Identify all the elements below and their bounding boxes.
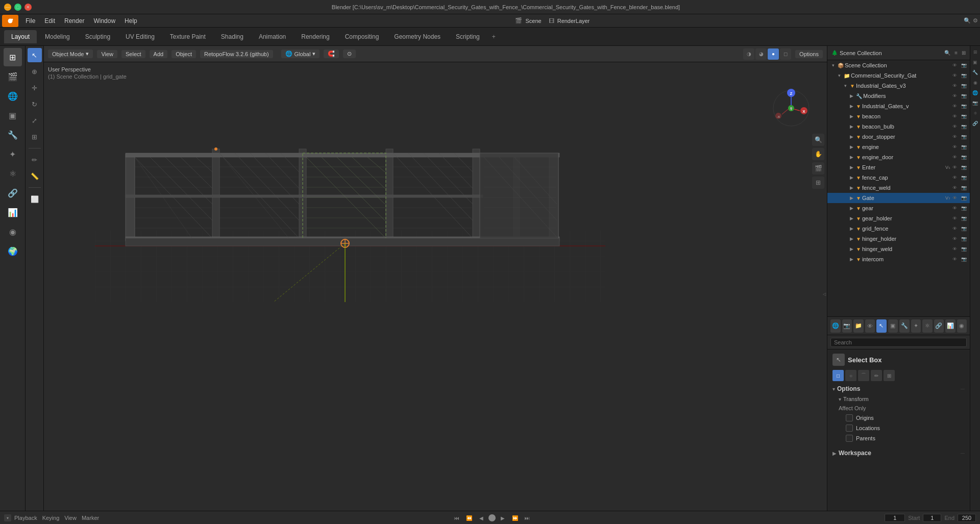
rendered-shading[interactable]: ● [768, 48, 779, 60]
keying-label[interactable]: Keying [42, 515, 60, 521]
outliner-item-fence-cap[interactable]: ▶ ▼ fence_cap 👁 📷 [827, 172, 970, 183]
options-section-header[interactable]: ▾ Options ··· [829, 383, 968, 394]
sidebar-icon-material[interactable]: ◉ [4, 222, 22, 241]
add-workspace-button[interactable]: + [488, 31, 500, 42]
render-btn[interactable]: 📷 [960, 133, 968, 141]
measure-tool[interactable]: 📏 [28, 169, 42, 183]
transform-subsection-header[interactable]: ▾ Transform [836, 394, 968, 404]
tab-layout[interactable]: Layout [4, 30, 37, 43]
sidebar-icon-physics[interactable]: ⚛ [4, 164, 22, 183]
step-forward-button[interactable]: ⏩ [510, 513, 520, 523]
file-menu[interactable]: File [21, 16, 39, 26]
outliner-item-grid-fence[interactable]: ▶ ▼ grid_fence 👁 📷 [827, 223, 970, 234]
sidebar-icon-modifier[interactable]: 🔧 [4, 126, 22, 144]
sidebar-icon-data[interactable]: 📊 [4, 203, 22, 221]
visibility-btn[interactable]: 👁 [950, 204, 959, 212]
playback-label[interactable]: Playback [14, 515, 37, 521]
zoom-in-button[interactable]: 🔍 [812, 134, 824, 146]
outliner-item-intercom[interactable]: ▶ ▼ intercom 👁 📷 [827, 254, 970, 264]
tab-uv-editing[interactable]: UV Editing [118, 30, 162, 43]
outliner-item-engine-door[interactable]: ▶ ▼ engine_door 👁 📷 [827, 152, 970, 162]
add-menu[interactable]: Add [150, 50, 168, 58]
search-button[interactable]: 🔍 [964, 17, 971, 24]
fr-icon-5[interactable]: 🌐 [971, 89, 979, 97]
fr-icon-6[interactable]: 📷 [971, 99, 979, 107]
sidebar-icon-constraints[interactable]: 🔗 [4, 184, 22, 202]
tab-sculpting[interactable]: Sculpting [78, 30, 117, 43]
render-layer-name[interactable]: RenderLayer [557, 18, 590, 24]
props-scene-tool[interactable]: 🌐 [830, 319, 841, 333]
tab-geometry-nodes[interactable]: Geometry Nodes [387, 30, 448, 43]
props-constraints-tool[interactable]: 🔗 [934, 319, 944, 333]
settings-button[interactable]: ⚙ [973, 17, 978, 24]
render-btn[interactable]: 📷 [960, 82, 968, 90]
render-btn[interactable]: 📷 [960, 122, 968, 131]
tab-scripting[interactable]: Scripting [449, 30, 487, 43]
render-btn[interactable]: 📷 [960, 255, 968, 263]
outliner-options[interactable]: ≡ [954, 50, 958, 56]
render-btn[interactable]: 📷 [960, 163, 968, 171]
cursor-tool[interactable]: ⊕ [28, 64, 42, 79]
visibility-btn[interactable]: 👁 [950, 173, 959, 182]
outliner-item-modifiers[interactable]: ▶ 🔧 Modifiers 👁 📷 [827, 91, 970, 101]
props-modifier-tool[interactable]: 🔧 [899, 319, 910, 333]
sidebar-icon-render[interactable]: 🎬 [4, 67, 22, 86]
render-btn[interactable]: 📷 [960, 224, 968, 233]
sidebar-icon-layout[interactable]: ⊞ [4, 48, 22, 66]
current-frame-input[interactable] [885, 514, 905, 522]
playback-dropdown[interactable]: ▾ [4, 514, 11, 521]
fr-icon-4[interactable]: ◉ [971, 79, 979, 87]
collapse-panel-button[interactable]: ◁ [822, 287, 827, 302]
start-frame-input[interactable] [923, 514, 941, 522]
mode-icon-box[interactable]: □ [832, 370, 844, 381]
tab-shading[interactable]: Shading [214, 30, 251, 43]
add-cube-tool[interactable]: ⬜ [28, 192, 42, 206]
material-shading[interactable]: ◕ [755, 48, 767, 60]
close-button[interactable]: ✕ [24, 4, 32, 11]
locations-checkbox[interactable] [846, 425, 853, 432]
object-mode-dropdown[interactable]: Object Mode ▾ [48, 49, 93, 58]
outliner-item-gear[interactable]: ▶ ▼ gear 👁 📷 [827, 203, 970, 213]
jump-end-button[interactable]: ⏭ [522, 513, 532, 523]
render-btn[interactable]: 📷 [960, 214, 968, 222]
outliner-item-engine[interactable]: ▶ ▼ engine 👁 📷 [827, 142, 970, 152]
sidebar-icon-world[interactable]: 🌍 [4, 242, 22, 260]
step-back-button[interactable]: ⏪ [464, 513, 474, 523]
play-button[interactable] [488, 514, 496, 521]
pan-button[interactable]: ✋ [812, 148, 824, 160]
mode-icon-lasso[interactable]: ⌒ [858, 370, 869, 381]
blender-logo[interactable] [2, 15, 18, 27]
addon-button[interactable]: RetopoFlow 3.2.6 (github) [200, 50, 273, 58]
render-btn[interactable]: 📷 [960, 102, 968, 110]
props-view-tool[interactable]: 👁 [865, 319, 875, 333]
visibility-btn[interactable]: 👁 [950, 122, 959, 131]
render-btn[interactable]: 📷 [960, 194, 968, 202]
tab-modeling[interactable]: Modeling [38, 30, 77, 43]
sidebar-icon-particles[interactable]: ✦ [4, 145, 22, 163]
edit-menu[interactable]: Edit [40, 16, 59, 26]
outliner-item-beacon-bulb[interactable]: ▶ ▼ beacon_bulb 👁 📷 [827, 121, 970, 132]
solid-shading[interactable]: ◑ [743, 48, 754, 60]
outliner-item-hinger-weld[interactable]: ▶ ▼ hinger_weld 👁 📷 [827, 244, 970, 254]
tab-compositing[interactable]: Compositing [338, 30, 386, 43]
visibility-btn[interactable]: 👁 [950, 61, 959, 69]
visibility-btn[interactable]: 👁 [950, 112, 959, 120]
visibility-btn[interactable]: 👁 [950, 214, 959, 222]
mode-icon-circle[interactable]: ○ [845, 370, 856, 381]
play-forward-button[interactable]: ▶ [498, 513, 508, 523]
view-menu[interactable]: View [97, 50, 117, 58]
annotate-tool[interactable]: ✏ [28, 153, 42, 167]
fr-icon-7[interactable]: ⚛ [971, 109, 979, 117]
render-btn[interactable]: 📷 [960, 112, 968, 120]
outliner-item-gear-holder[interactable]: ▶ ▼ gear_holder 👁 📷 [827, 213, 970, 223]
props-render-tool[interactable]: 📷 [842, 319, 852, 333]
options-dropdown[interactable]: Options [795, 50, 823, 58]
rotate-tool[interactable]: ↻ [28, 97, 42, 111]
visibility-btn[interactable]: 👁 [950, 153, 959, 161]
parents-checkbox[interactable] [846, 435, 853, 442]
move-tool[interactable]: ✛ [28, 81, 42, 95]
visibility-btn[interactable]: 👁 [950, 143, 959, 151]
outliner-item-hinger-holder[interactable]: ▶ ▼ hinger_holder 👁 📷 [827, 234, 970, 244]
visibility-btn[interactable]: 👁 [950, 163, 959, 171]
visibility-btn[interactable]: 👁 [950, 255, 959, 263]
